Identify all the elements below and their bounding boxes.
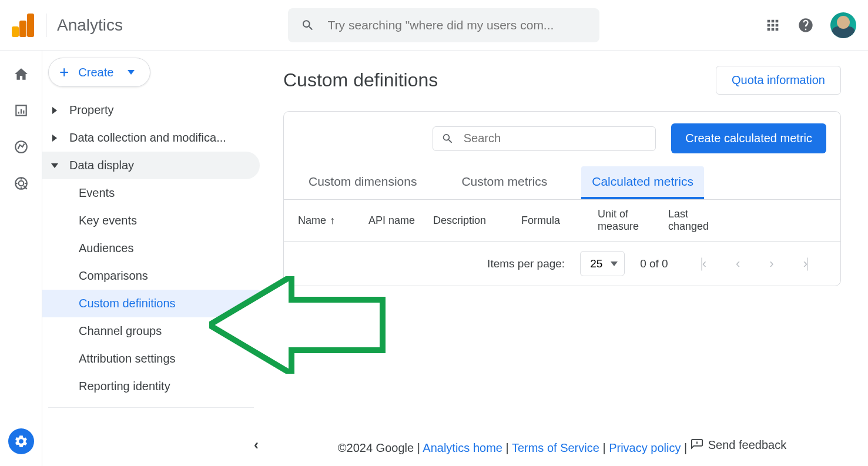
nav-item-label: Property	[69, 103, 114, 117]
divider	[48, 407, 254, 408]
page-title: Custom definitions	[283, 69, 438, 91]
main-content: Custom definitions Quota information Cre…	[260, 51, 868, 466]
footer-copyright: ©2024 Google	[338, 441, 414, 454]
tab-calculated-metrics[interactable]: Calculated metrics	[581, 166, 704, 199]
prev-page-icon[interactable]: ‹	[729, 256, 747, 271]
left-icon-rail	[0, 51, 42, 466]
nav-item-data-collection[interactable]: Data collection and modifica...	[42, 124, 260, 152]
global-search[interactable]	[288, 8, 599, 42]
footer-link-analytics-home[interactable]: Analytics home	[423, 441, 502, 454]
nav-item-label: Attribution settings	[79, 352, 176, 366]
nav-item-label: Reporting identity	[79, 380, 170, 393]
footer-link-privacy[interactable]: Privacy policy	[609, 441, 681, 454]
paginator-label: Items per page:	[487, 257, 565, 270]
plus-icon: +	[59, 64, 69, 81]
paginator: Items per page: 25 0 of 0 ⎹‹ ‹ › ›⎸	[284, 241, 840, 286]
definitions-card: Create calculated metric Custom dimensio…	[283, 111, 841, 286]
caret-right-icon	[52, 135, 57, 142]
apps-grid-icon[interactable]	[765, 17, 781, 33]
side-navigation: + Create Property Data collection and mo…	[42, 51, 260, 466]
help-icon[interactable]	[797, 17, 814, 33]
first-page-icon[interactable]: ⎹‹	[683, 256, 713, 271]
reports-icon[interactable]	[13, 102, 29, 119]
subnav-key-events[interactable]: Key events	[42, 207, 260, 234]
explore-icon[interactable]	[13, 139, 29, 155]
caret-down-icon	[128, 70, 135, 75]
column-description[interactable]: Description	[433, 208, 504, 233]
tab-bar: Custom dimensions Custom metrics Calcula…	[284, 166, 840, 199]
nav-item-label: Key events	[79, 214, 137, 227]
search-icon	[441, 132, 454, 146]
tab-custom-dimensions[interactable]: Custom dimensions	[298, 166, 427, 199]
column-name[interactable]: Name↑	[298, 208, 351, 233]
svg-point-0	[15, 141, 27, 153]
feedback-icon	[691, 438, 703, 451]
table-search[interactable]	[433, 126, 656, 151]
next-page-icon[interactable]: ›	[762, 256, 780, 271]
nav-item-label: Events	[79, 186, 115, 200]
nav-item-data-display[interactable]: Data display	[42, 152, 260, 179]
subnav-comparisons[interactable]: Comparisons	[42, 262, 260, 290]
collapse-nav-icon[interactable]: ‹	[254, 437, 259, 453]
column-formula[interactable]: Formula	[521, 208, 580, 233]
nav-item-label: Audiences	[79, 242, 133, 255]
footer-link-terms[interactable]: Terms of Service	[512, 441, 599, 454]
column-unit-of-measure[interactable]: Unit of measure	[598, 208, 651, 233]
create-button[interactable]: + Create	[48, 58, 150, 87]
nav-item-label: Data collection and modifica...	[69, 131, 226, 145]
quota-information-button[interactable]: Quota information	[716, 66, 841, 95]
nav-item-property[interactable]: Property	[42, 96, 260, 124]
subnav-reporting-identity[interactable]: Reporting identity	[42, 373, 260, 400]
nav-item-label: Channel groups	[79, 324, 162, 338]
tab-custom-metrics[interactable]: Custom metrics	[451, 166, 558, 199]
nav-item-label: Comparisons	[79, 269, 148, 283]
advertising-icon[interactable]	[13, 175, 29, 192]
column-api-name[interactable]: API name	[368, 208, 415, 233]
top-app-bar: Analytics	[0, 0, 868, 51]
send-feedback[interactable]: Send feedback	[691, 438, 786, 452]
nav-item-label: Custom definitions	[79, 297, 176, 310]
caret-down-icon	[51, 163, 58, 168]
global-search-input[interactable]	[328, 18, 587, 32]
table-search-input[interactable]	[464, 132, 648, 145]
analytics-logo-icon	[12, 14, 34, 37]
footer: ©2024 Google | Analytics home | Terms of…	[283, 427, 841, 461]
home-icon[interactable]	[13, 66, 29, 82]
admin-settings-fab[interactable]	[8, 428, 34, 454]
subnav-attribution-settings[interactable]: Attribution settings	[42, 345, 260, 373]
subnav-audiences[interactable]: Audiences	[42, 234, 260, 262]
table-header: Name↑ API name Description Formula Unit …	[284, 199, 840, 241]
column-last-changed[interactable]: Last changed	[668, 208, 721, 233]
subnav-channel-groups[interactable]: Channel groups	[42, 317, 260, 345]
last-page-icon[interactable]: ›⎸	[796, 256, 826, 271]
subnav-events[interactable]: Events	[42, 179, 260, 207]
nav-item-label: Data display	[69, 159, 134, 172]
account-avatar[interactable]	[830, 12, 856, 38]
paginator-range: 0 of 0	[640, 257, 668, 270]
subnav-custom-definitions[interactable]: Custom definitions	[42, 290, 260, 317]
sort-ascending-icon: ↑	[330, 214, 335, 227]
create-button-label: Create	[78, 66, 113, 79]
logo-title-group: Analytics	[12, 14, 123, 37]
search-icon	[301, 18, 315, 33]
page-size-select[interactable]: 25	[580, 251, 625, 276]
create-calculated-metric-button[interactable]: Create calculated metric	[671, 123, 826, 153]
caret-right-icon	[52, 107, 57, 114]
app-title: Analytics	[46, 14, 123, 37]
send-feedback-label: Send feedback	[708, 438, 786, 452]
